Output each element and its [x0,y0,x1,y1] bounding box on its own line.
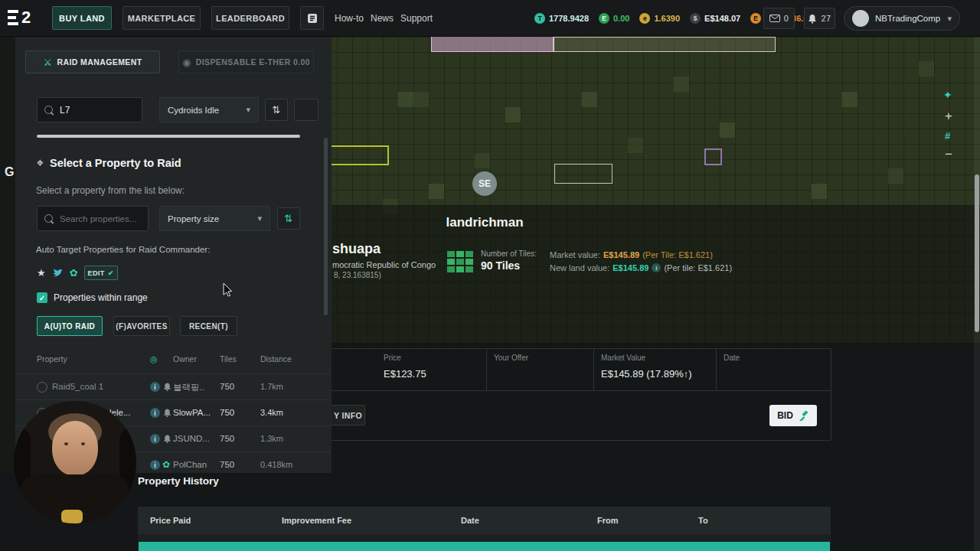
newland-label: New land value: [550,263,609,272]
owner-cell: SlowPA... [173,408,211,417]
tiles-cell: 750 [220,434,234,443]
person-face [52,421,98,476]
link-how-to[interactable]: How-to [335,13,364,24]
property-sort-button[interactable]: ⇅ [277,207,300,230]
sort-filter-button[interactable] [294,99,318,121]
webcam-overlay [14,401,136,523]
grid-toggle-button[interactable]: # [945,130,950,142]
market-pertile: (Per Tile: E$1.621) [642,250,713,259]
flower-icon[interactable]: ✿ [70,267,78,279]
raid-management-button[interactable]: ⚔ RAID MANAGEMENT [25,51,160,73]
property-search-field[interactable] [37,206,149,231]
bid-market-value: E$145.89 (17.89%↑) [601,368,692,380]
flower-icon[interactable]: ✿ [162,459,170,470]
token-icon: T [534,13,545,24]
edit-button[interactable]: EDIT ✔ [84,266,118,280]
newland-pertile: (Per tile: E$1.621) [664,263,732,272]
map-zone-purple-outline[interactable] [704,148,722,165]
history-header-price: Price Paid [150,516,191,525]
property-row[interactable]: Raid5_coal 1 i 블랙핑.. 750 1.7km [15,373,332,400]
tab-recent[interactable]: RECEN(T) [180,316,237,336]
chevron-down-icon: ▾ [257,214,262,223]
history-row-highlight[interactable] [139,542,830,551]
bird-icon[interactable] [52,268,64,278]
market-value: E$145.89 [603,250,639,259]
seller-avatar[interactable]: SE [472,171,497,196]
zoom-in-button[interactable]: + [945,109,952,124]
info-icon[interactable]: i [150,382,160,392]
bid-button[interactable]: BID [769,405,817,426]
bell-icon[interactable] [163,408,172,418]
currency-edollars[interactable]: $ E$148.07 [690,13,740,24]
nav-marketplace[interactable]: MARKETPLACE [122,6,201,30]
bell-icon[interactable] [163,382,172,392]
seller-initials: SE [479,178,491,189]
link-news[interactable]: News [371,13,394,24]
zoom-out-button[interactable]: − [945,147,952,162]
distance-cell: 1.7km [260,382,283,391]
mail-count: 0 [784,14,789,23]
divider [593,348,594,390]
radio-button[interactable] [37,382,47,393]
globe-icon[interactable]: ◎ [150,354,158,364]
tab-favorites[interactable]: (F)AVORITES [113,316,170,336]
bell-icon[interactable] [163,434,172,444]
dispensable-ether-button[interactable]: ◉ DISPENSABLE E-THER 0.00 [178,51,314,73]
cydroid-icon[interactable]: ✦ [943,89,952,101]
map-tile-highlight [413,92,429,107]
history-header-date: Date [461,516,479,525]
auto-target-label: Auto Target Properties for Raid Commande… [36,245,210,254]
nav-leaderboard[interactable]: LEADERBOARD [211,6,289,30]
username: NBTradingComp... [875,14,941,23]
horizontal-scrollbar[interactable] [37,135,300,138]
property-owner-name: landrichman [423,215,546,230]
currency-ether[interactable]: e 1.6390 [639,13,680,24]
cydroid-search-input[interactable] [58,104,135,116]
property-search-input[interactable] [58,214,141,224]
property-size-dropdown[interactable]: Property size ▾ [159,206,270,231]
checkbox-checked[interactable]: ✓ [37,292,47,303]
news-feed-button[interactable] [300,6,324,30]
star-icon[interactable]: ★ [37,267,46,279]
map-zone-tan[interactable] [554,37,776,52]
owner-cell: JSUND... [173,434,210,443]
distance-cell: 0.418km [260,460,292,469]
cydroid-filter-dropdown[interactable]: Cydroids Idle ▾ [159,97,259,122]
pending-edollar-icon: E [750,13,761,24]
notifications-button[interactable]: 27 [804,8,835,29]
user-menu[interactable]: NBTradingComp... ▾ [844,6,960,31]
sidebar-scrollbar[interactable] [324,138,328,315]
chevron-down-icon: ▾ [947,14,952,24]
cydroid-search-field[interactable] [37,97,142,122]
map-zone-yellow-outline[interactable] [322,145,389,165]
page-scrollbar-thumb[interactable] [975,174,979,332]
link-support[interactable]: Support [400,13,433,24]
property-info-button[interactable]: Y INFO [332,405,365,425]
bid-date-label: Date [724,354,740,362]
map-zone-tan-outline[interactable] [554,164,612,184]
history-header-row: Price Paid Improvement Fee Date From To [138,507,831,534]
map-tile-highlight [888,168,903,184]
tiles-icon [447,251,473,272]
currency-tokens[interactable]: T 1778.9428 [534,13,589,24]
nav-buy-land[interactable]: BUY LAND [52,6,112,30]
e2-logo[interactable]: 2 [8,8,31,28]
col-tiles: Tiles [220,354,237,364]
info-icon[interactable]: i [652,263,661,272]
tab-auto-raid[interactable]: A(U)TO RAID [37,316,103,336]
property-history-title: Property History [138,475,219,487]
info-icon[interactable]: i [150,460,160,470]
map-tile-highlight [475,153,490,168]
map-tile-highlight [919,61,934,77]
sort-order-button[interactable]: ⇅ [265,99,288,121]
mail-button[interactable]: 0 [763,8,795,29]
tiles-value: 90 Tiles [481,259,520,272]
property-list-header: Property ◎ Owner Tiles Distance [15,354,332,368]
avatar [852,10,869,27]
property-coordinates: 8, 23.163815) [334,271,381,279]
info-icon[interactable]: i [150,434,160,444]
app-window: SE landrichman shuapa mocratic Republic … [0,0,980,551]
market-value-label: Market value: [550,250,600,259]
info-icon[interactable]: i [150,408,160,418]
currency-essence[interactable]: E 0.00 [599,13,629,24]
